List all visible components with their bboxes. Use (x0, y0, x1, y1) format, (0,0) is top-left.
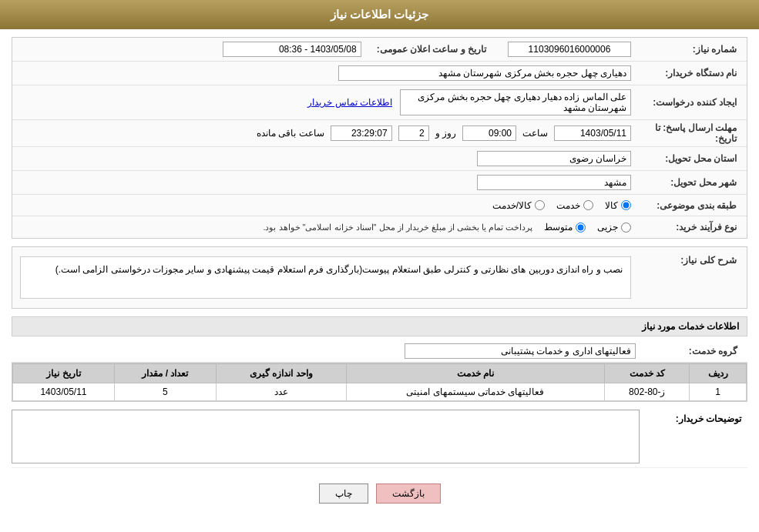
buyer-desc-section: توضیحات خریدار: (12, 410, 747, 468)
purchase-note: پرداخت تمام یا بخشی از مبلغ خریدار از مح… (263, 223, 532, 233)
table-cell: فعالیتهای خدماتی سیستمهای امنیتی (346, 383, 605, 401)
category-option-kala-khedmat: کالا/خدمت (492, 200, 545, 211)
response-days: 2 (398, 125, 429, 141)
table-cell: عدد (216, 383, 346, 401)
buyer-org-label: نام دستگاه خریدار: (635, 68, 743, 79)
creator-label: ایجاد کننده درخواست: (635, 97, 743, 108)
city-value: مشهد (477, 175, 631, 190)
col-row-num: ردیف (690, 364, 747, 383)
category-label: طبقه بندی موضوعی: (635, 200, 743, 211)
category-radio-khedmat[interactable] (583, 200, 593, 210)
services-table: ردیف کد خدمت نام خدمت واحد اندازه گیری ت… (12, 363, 747, 401)
province-label: استان محل تحویل: (635, 153, 743, 164)
services-table-container: ردیف کد خدمت نام خدمت واحد اندازه گیری ت… (12, 363, 747, 402)
city-label: شهر محل تحویل: (635, 177, 743, 188)
need-number-value: 1103096016000006 (508, 42, 631, 57)
province-row: استان محل تحویل: خراسان رضوی (12, 147, 747, 171)
announce-date-value: 1403/05/08 - 08:36 (223, 42, 361, 57)
category-radio-kala[interactable] (621, 200, 631, 210)
response-time: 09:00 (462, 125, 516, 141)
creator-value: علی الماس زاده دهیار دهیاری چهل حجره بخش… (400, 89, 631, 115)
service-group-value: فعالیتهای اداری و خدمات پشتیبانی (405, 343, 636, 359)
response-remaining: 23:29:07 (331, 125, 392, 141)
main-info-section: شماره نیاز: 1103096016000006 تاریخ و ساع… (12, 37, 747, 239)
city-row: شهر محل تحویل: مشهد (12, 171, 747, 195)
description-section: شرح کلی نیاز: نصب و راه اندازی دوربین ها… (12, 246, 747, 309)
response-deadline-row: مهلت ارسال پاسخ: تا تاریخ: 1403/05/11 سا… (12, 120, 747, 147)
purchase-type-row: نوع فرآیند خرید: جزیی متوسط پرداخت تمام … (12, 216, 747, 238)
contact-link[interactable]: اطلاعات تماس خریدار (307, 97, 392, 108)
purchase-option-motavasset: متوسط (544, 222, 586, 233)
category-label-kala: کالا (605, 200, 618, 211)
need-number-label: شماره نیاز: (635, 44, 743, 55)
response-date: 1403/05/11 (554, 125, 631, 141)
province-value: خراسان رضوی (477, 151, 631, 166)
col-service-name: نام خدمت (346, 364, 605, 383)
table-cell: 1 (690, 383, 747, 401)
buyer-desc-label: توضیحات خریدار: (640, 410, 747, 424)
table-cell: ز-80-802 (605, 383, 690, 401)
description-row: شرح کلی نیاز: نصب و راه اندازی دوربین ها… (12, 247, 747, 308)
category-radio-group: کالا خدمت کالا/خدمت (20, 200, 631, 211)
purchase-label-motavasset: متوسط (544, 222, 573, 233)
description-text: نصب و راه اندازی دوربین های نظارتی و کنت… (20, 256, 631, 299)
announce-date-label: تاریخ و ساعت اعلان عمومی: (377, 44, 492, 55)
col-service-code: کد خدمت (605, 364, 690, 383)
service-group-row: گروه خدمت: فعالیتهای اداری و خدمات پشتیب… (12, 340, 747, 363)
purchase-radio-motavasset[interactable] (576, 223, 586, 233)
purchase-option-jozi: جزیی (597, 222, 631, 233)
category-label-khedmat: خدمت (556, 200, 580, 211)
need-number-row: شماره نیاز: 1103096016000006 تاریخ و ساع… (12, 38, 747, 62)
category-row: طبقه بندی موضوعی: کالا خدمت (12, 195, 747, 216)
category-radio-kala-khedmat[interactable] (535, 200, 545, 210)
col-quantity: تعداد / مقدار (114, 364, 216, 383)
services-section-title: اطلاعات خدمات مورد نیاز (12, 316, 747, 336)
purchase-type-radio-group: جزیی متوسط پرداخت تمام یا بخشی از مبلغ خ… (20, 222, 631, 233)
buyer-desc-textarea[interactable] (12, 410, 640, 463)
category-option-khedmat: خدمت (556, 200, 593, 211)
table-header-row: ردیف کد خدمت نام خدمت واحد اندازه گیری ت… (13, 364, 747, 383)
button-row: بازگشت چاپ (12, 476, 747, 515)
response-days-label: روز و (435, 128, 456, 139)
response-time-label: ساعت (522, 128, 548, 139)
buyer-org-row: نام دستگاه خریدار: دهیاری چهل حجره بخش م… (12, 62, 747, 85)
creator-row: ایجاد کننده درخواست: علی الماس زاده دهیا… (12, 85, 747, 120)
col-date: تاریخ نیاز (13, 364, 115, 383)
page-title: جزئیات اطلاعات نیاز (0, 0, 759, 29)
purchase-radio-jozi[interactable] (621, 223, 631, 233)
col-unit: واحد اندازه گیری (216, 364, 346, 383)
service-group-label: گروه خدمت: (636, 346, 744, 356)
description-label: شرح کلی نیاز: (635, 251, 743, 266)
print-button[interactable]: چاپ (319, 483, 368, 504)
category-label-kala-khedmat: کالا/خدمت (492, 200, 532, 211)
table-cell: 5 (114, 383, 216, 401)
table-cell: 1403/05/11 (13, 383, 115, 401)
buyer-org-value: دهیاری چهل حجره بخش مرکزی شهرستان مشهد (338, 65, 631, 81)
response-remaining-label: ساعت باقی مانده (257, 128, 324, 139)
purchase-label-jozi: جزیی (597, 222, 618, 233)
response-deadline-label: مهلت ارسال پاسخ: تا تاریخ: (635, 122, 743, 144)
table-row: 1ز-80-802فعالیتهای خدماتی سیستمهای امنیت… (13, 383, 747, 401)
back-button[interactable]: بازگشت (376, 483, 441, 504)
category-option-kala: کالا (605, 200, 631, 211)
purchase-type-label: نوع فرآیند خرید: (635, 222, 743, 233)
